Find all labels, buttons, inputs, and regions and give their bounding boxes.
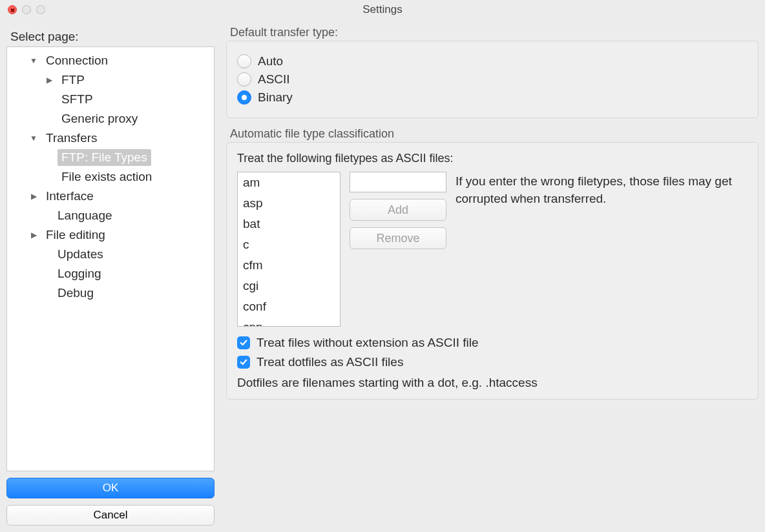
tree-item-ftp-file-types[interactable]: FTP: File Types [7,148,214,167]
titlebar: Settings [0,0,765,19]
list-item[interactable]: c [238,234,340,255]
sidebar: Select page: ▼Connection ▶FTP SFTP Gener… [6,26,215,526]
filetype-hint: If you enter the wrong filetypes, those … [456,173,748,327]
dotfiles-note: Dotfiles are filenames starting with a d… [237,376,748,390]
list-item[interactable]: cfm [238,255,340,276]
auto-class-group: Treat the following filetypes as ASCII f… [226,142,759,400]
radio-binary[interactable]: Binary [237,90,748,105]
ok-button[interactable]: OK [6,478,215,498]
tree-item-logging[interactable]: Logging [7,264,214,283]
transfer-type-label: Default transfer type: [230,26,759,39]
checkbox-label: Treat files without extension as ASCII f… [257,336,479,350]
list-item[interactable]: conf [238,296,340,317]
close-icon[interactable] [8,5,17,14]
window-controls [8,5,45,14]
chevron-right-icon[interactable]: ▶ [28,230,39,240]
tree-item-transfers[interactable]: ▼Transfers [7,128,214,148]
zoom-icon [36,5,45,14]
radio-icon [237,90,251,105]
tree-item-language[interactable]: Language [7,206,214,225]
auto-class-heading: Treat the following filetypes as ASCII f… [237,152,748,165]
tree-item-generic-proxy[interactable]: Generic proxy [7,109,214,128]
tree-item-file-exists-action[interactable]: File exists action [7,167,214,187]
list-item[interactable]: cpp [238,317,340,327]
page-tree[interactable]: ▼Connection ▶FTP SFTP Generic proxy ▼Tra… [6,46,215,471]
tree-item-updates[interactable]: Updates [7,245,214,264]
remove-button[interactable]: Remove [350,227,446,249]
sidebar-label: Select page: [10,30,215,44]
tree-item-interface[interactable]: ▶Interface [7,187,214,206]
list-item[interactable]: asp [238,193,340,214]
auto-class-label: Automatic file type classification [230,127,759,141]
transfer-type-group: Auto ASCII Binary [226,41,759,118]
chevron-down-icon[interactable]: ▼ [28,134,39,143]
checkbox-dotfiles[interactable]: Treat dotfiles as ASCII files [237,355,748,369]
radio-label: Auto [258,54,283,68]
window-title: Settings [0,3,765,16]
checkbox-icon [237,356,250,369]
chevron-right-icon[interactable]: ▶ [28,192,39,201]
radio-icon [237,72,251,87]
checkbox-label: Treat dotfiles as ASCII files [257,355,403,369]
checkbox-icon [237,336,250,349]
radio-label: ASCII [258,72,290,87]
list-item[interactable]: bat [238,214,340,234]
settings-panel: Default transfer type: Auto ASCII Binary… [226,26,759,526]
cancel-button[interactable]: Cancel [6,505,215,526]
radio-label: Binary [258,90,293,105]
radio-icon [237,54,251,68]
tree-item-file-editing[interactable]: ▶File editing [7,225,214,245]
chevron-down-icon[interactable]: ▼ [28,56,39,65]
tree-item-ftp[interactable]: ▶FTP [7,70,214,90]
radio-ascii[interactable]: ASCII [237,72,748,87]
list-item[interactable]: cgi [238,276,340,296]
add-button[interactable]: Add [350,199,446,221]
chevron-right-icon[interactable]: ▶ [43,76,55,85]
minimize-icon [22,5,31,14]
radio-auto[interactable]: Auto [237,54,748,68]
tree-item-debug[interactable]: Debug [7,283,214,303]
checkbox-noext[interactable]: Treat files without extension as ASCII f… [237,336,748,350]
tree-item-connection[interactable]: ▼Connection [7,51,214,70]
filetype-input[interactable] [350,172,446,192]
list-item[interactable]: am [238,172,340,193]
filetypes-listbox[interactable]: am asp bat c cfm cgi conf cpp [237,172,341,327]
tree-item-sftp[interactable]: SFTP [7,90,214,109]
